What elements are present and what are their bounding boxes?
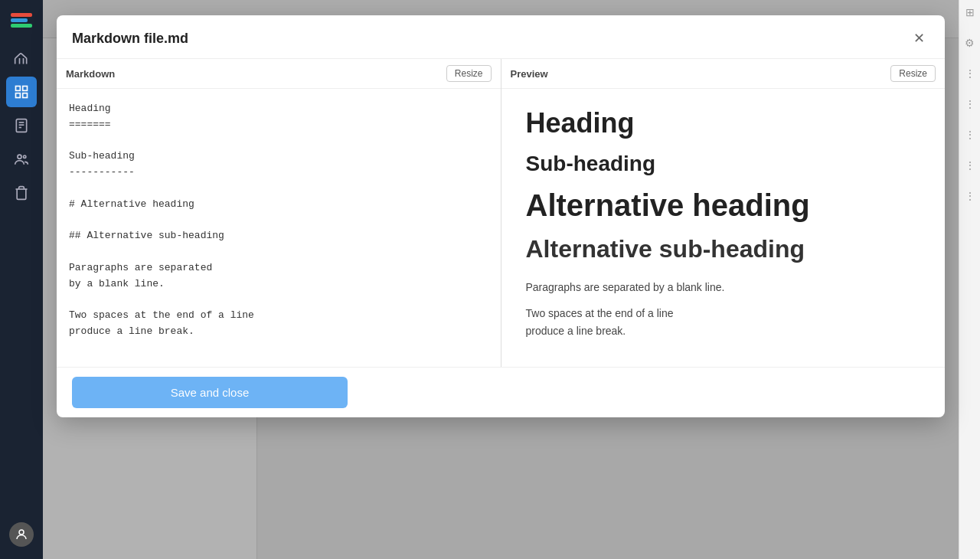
preview-content: Heading Sub-heading Alternative heading … [501, 89, 946, 367]
svg-rect-3 [23, 87, 28, 91]
modal-header: Markdown file.md ✕ [57, 15, 945, 59]
svg-rect-5 [23, 93, 28, 98]
save-and-close-button[interactable]: Save and close [72, 377, 348, 408]
sidebar-item-docs[interactable] [6, 110, 37, 141]
more-icon-5[interactable]: ⋮ [965, 190, 975, 202]
preview-resize-button[interactable]: Resize [890, 65, 936, 82]
sidebar-item-grid[interactable] [6, 77, 37, 107]
preview-panel: Preview Resize Heading Sub-heading Alter… [501, 59, 946, 367]
markdown-panel-header: Markdown Resize [57, 59, 501, 89]
markdown-editor-modal: Markdown file.md ✕ Markdown Resize Headi… [57, 15, 945, 417]
preview-p2-line1: Two spaces at the end of a line [526, 307, 674, 319]
preview-subheading: Sub-heading [526, 152, 921, 176]
preview-paragraph-2: Two spaces at the end of a line produce … [526, 305, 921, 339]
preview-panel-label: Preview [511, 68, 548, 80]
modal-overlay: Markdown file.md ✕ Markdown Resize Headi… [43, 0, 959, 559]
svg-point-11 [24, 155, 26, 158]
layout-icon[interactable]: ⊞ [965, 6, 975, 18]
svg-point-12 [19, 530, 24, 534]
markdown-textarea[interactable]: Heading ======= Sub-heading ----------- … [57, 89, 501, 367]
preview-heading-1: Heading [526, 107, 921, 139]
preview-alt-heading-2: Alternative sub-heading [526, 235, 921, 263]
sidebar [0, 0, 43, 559]
modal-close-button[interactable]: ✕ [908, 28, 929, 49]
preview-paragraph-1: Paragraphs are separated by a blank line… [526, 279, 921, 296]
editor-area: Markdown Resize Heading ======= Sub-head… [57, 59, 945, 367]
more-icon-2[interactable]: ⋮ [965, 98, 975, 110]
sidebar-item-home[interactable] [6, 43, 37, 74]
sidebar-item-trash[interactable] [6, 178, 37, 208]
preview-panel-header: Preview Resize [501, 59, 946, 89]
svg-rect-2 [16, 87, 21, 91]
markdown-panel: Markdown Resize Heading ======= Sub-head… [57, 59, 501, 367]
app-logo [8, 6, 35, 34]
user-avatar[interactable] [9, 522, 34, 547]
markdown-resize-button[interactable]: Resize [446, 65, 492, 82]
more-icon-1[interactable]: ⋮ [965, 67, 975, 80]
modal-footer: Save and close [57, 367, 945, 417]
svg-rect-4 [16, 93, 21, 98]
sidebar-item-people[interactable] [6, 144, 37, 175]
modal-title: Markdown file.md [72, 31, 188, 47]
preview-alt-heading-1: Alternative heading [526, 188, 921, 223]
svg-point-10 [18, 155, 21, 159]
more-icon-3[interactable]: ⋮ [965, 129, 975, 141]
markdown-panel-label: Markdown [66, 68, 115, 80]
settings-icon[interactable]: ⚙ [965, 37, 975, 49]
sidebar-right: ⊞ ⚙ ⋮ ⋮ ⋮ ⋮ ⋮ [959, 0, 980, 559]
more-icon-4[interactable]: ⋮ [965, 159, 975, 172]
preview-p2-line2: produce a line break. [526, 325, 626, 337]
